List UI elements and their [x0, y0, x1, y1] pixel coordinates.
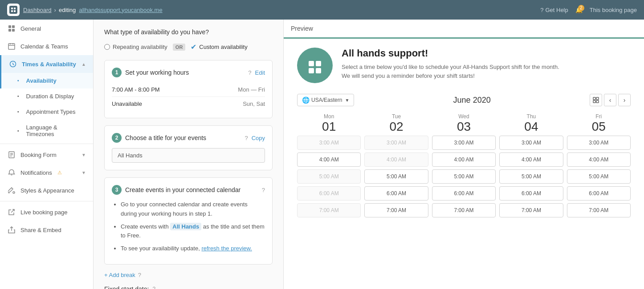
add-break-help-icon[interactable]: ?: [138, 272, 141, 278]
svg-rect-25: [309, 68, 314, 73]
repeating-option[interactable]: Repeating availability: [104, 44, 167, 50]
booking-page-link[interactable]: This booking page: [590, 7, 637, 13]
time-slot-thu-7am[interactable]: 7:00 AM: [499, 203, 563, 217]
time-slot-fri-4am[interactable]: 4:00 AM: [567, 153, 631, 167]
repeating-radio[interactable]: [104, 44, 110, 50]
step-2: 2 Choose a title for your events ? Copy: [104, 125, 273, 170]
sidebar-item-appointment-types-label: Appointment Types: [26, 108, 76, 115]
fixed-start-help-icon[interactable]: ?: [152, 286, 155, 289]
sidebar-item-availability[interactable]: Availability: [0, 73, 93, 88]
hours-time-1: 7:00 AM - 8:00 PM: [112, 86, 160, 93]
sidebar-item-live-booking-page[interactable]: Live booking page: [0, 203, 93, 221]
sidebar-item-notifications[interactable]: Notifications ⚠ ▼: [0, 164, 93, 181]
app-logo[interactable]: [7, 4, 20, 16]
time-slot-wed-6am[interactable]: 6:00 AM: [432, 186, 496, 201]
step-2-header: 2 Choose a title for your events ? Copy: [112, 133, 265, 143]
time-slot-tue-7am[interactable]: 7:00 AM: [364, 203, 428, 217]
help-button[interactable]: ? Get Help: [540, 7, 568, 13]
sidebar-item-styles-appearance[interactable]: Styles & Appearance: [0, 181, 93, 199]
sidebar-item-booking-form[interactable]: Booking Form ▼: [0, 146, 93, 164]
help-label: Get Help: [545, 7, 568, 13]
time-slot-fri-7am[interactable]: 7:00 AM: [567, 203, 631, 217]
cal-day-num-thu: 04: [524, 120, 538, 133]
calendar-grid-icon[interactable]: [590, 94, 602, 106]
svg-line-21: [11, 209, 14, 213]
hours-days-2: Sun, Sat: [243, 100, 265, 107]
external-icon: [7, 208, 16, 217]
timezone-select[interactable]: 🌐 USA/Eastern ▼: [297, 94, 354, 106]
step-2-copy-button[interactable]: Copy: [252, 135, 265, 141]
step-1-edit-button[interactable]: Edit: [255, 69, 265, 76]
grid-icon: [7, 24, 16, 33]
step-3-bullet-1: Go to your connected calendar and create…: [121, 200, 265, 219]
add-break-button[interactable]: + Add break ?: [104, 272, 273, 278]
time-slot-wed-3am[interactable]: 3:00 AM: [432, 136, 496, 150]
time-slot-wed-4am[interactable]: 4:00 AM: [432, 153, 496, 167]
calendar-next-button[interactable]: ›: [618, 94, 631, 106]
time-slot-thu-6am[interactable]: 6:00 AM: [499, 186, 563, 201]
step-1: 1 Set your working hours ? Edit 7:00 AM …: [104, 60, 273, 118]
step-1-header: 1 Set your working hours ? Edit: [112, 68, 265, 77]
time-slot-mon-4am[interactable]: 4:00 AM: [297, 153, 361, 167]
paint-icon: [7, 186, 16, 195]
warning-icon: ⚠: [57, 170, 62, 176]
bullet-2-code: All Hands: [170, 223, 201, 230]
calendar-prev-button[interactable]: ‹: [604, 94, 616, 106]
sidebar-item-general[interactable]: General: [0, 20, 93, 37]
calendar-nav: ‹ ›: [590, 94, 631, 106]
step-1-title: Set your working hours: [125, 69, 245, 76]
event-title-input[interactable]: [112, 148, 265, 163]
bell-icon-sidebar: [7, 168, 16, 177]
sidebar-item-times-availability[interactable]: Times & Availability ▲: [0, 55, 93, 73]
domain-link[interactable]: allhandssupport.youcanbook.me: [79, 7, 163, 13]
time-slot-thu-4am[interactable]: 4:00 AM: [499, 153, 563, 167]
notif-badge: 2: [578, 5, 584, 11]
svg-rect-4: [8, 25, 11, 28]
refresh-link[interactable]: refresh the preview.: [201, 245, 252, 252]
calendar-controls: 🌐 USA/Eastern ▼ June 2020 ‹ ›: [297, 94, 631, 106]
step-3-title: Create events in your connected calendar: [125, 186, 258, 193]
time-slot-fri-6am[interactable]: 6:00 AM: [567, 186, 631, 201]
svg-rect-8: [8, 44, 15, 49]
cal-day-name-tue: Tue: [390, 113, 404, 120]
sidebar-item-appointment-types[interactable]: Appointment Types: [0, 104, 93, 120]
sidebar-item-share-embed[interactable]: Share & Embed: [0, 221, 93, 239]
cal-col-wed: Wed 03 3:00 AM 4:00 AM 5:00 AM 6:00 AM 7…: [432, 113, 496, 217]
svg-line-14: [13, 64, 14, 65]
add-break-label: + Add break: [104, 272, 135, 278]
step-1-help-icon[interactable]: ?: [248, 69, 251, 76]
cal-day-header-tue: Tue 02: [390, 113, 404, 133]
time-slot-tue-5am[interactable]: 5:00 AM: [364, 169, 428, 184]
main-layout: General Calendar & Teams Times & Availab…: [0, 20, 644, 289]
sidebar-item-duration-display[interactable]: Duration & Display: [0, 88, 93, 104]
step-2-help-icon[interactable]: ?: [245, 135, 248, 141]
svg-rect-1: [14, 8, 16, 9]
time-slot-mon-7am: 7:00 AM: [297, 203, 361, 217]
cal-day-name-fri: Fri: [592, 113, 606, 120]
time-slot-thu-5am[interactable]: 5:00 AM: [499, 169, 563, 184]
sidebar-item-calendar-teams[interactable]: Calendar & Teams: [0, 37, 93, 55]
preview-desc-2: We will send you a reminder before your …: [342, 72, 559, 80]
cal-day-header-fri: Fri 05: [592, 113, 606, 133]
preview-booking: All hands support! Select a time below y…: [284, 39, 644, 226]
cal-day-header-wed: Wed 03: [457, 113, 471, 133]
time-slot-fri-5am[interactable]: 5:00 AM: [567, 169, 631, 184]
hours-row-1: 7:00 AM - 8:00 PM Mon — Fri: [112, 83, 265, 97]
dashboard-link[interactable]: Dashboard: [23, 7, 52, 13]
time-slot-thu-3am[interactable]: 3:00 AM: [499, 136, 563, 150]
sidebar-item-language-timezones[interactable]: Language & Timezones: [0, 120, 93, 142]
notifications-button[interactable]: 🔔 2: [575, 7, 583, 13]
time-slot-wed-7am[interactable]: 7:00 AM: [432, 203, 496, 217]
time-slot-fri-3am[interactable]: 3:00 AM: [567, 136, 631, 150]
calendar-month-title: June 2020: [453, 96, 491, 105]
preview-title: All hands support!: [342, 48, 559, 59]
time-slot-wed-5am[interactable]: 5:00 AM: [432, 169, 496, 184]
calendar-grid: Mon 01 3:00 AM 4:00 AM 5:00 AM 6:00 AM 7…: [297, 113, 631, 217]
time-slot-tue-6am[interactable]: 6:00 AM: [364, 186, 428, 201]
step-3-help-icon[interactable]: ?: [262, 187, 265, 193]
step-2-num: 2: [112, 133, 122, 143]
custom-option[interactable]: ✔ Custom availability: [191, 43, 247, 51]
cal-day-num-wed: 03: [457, 120, 471, 133]
cal-day-name-thu: Thu: [524, 113, 538, 120]
custom-label: Custom availability: [199, 44, 247, 50]
